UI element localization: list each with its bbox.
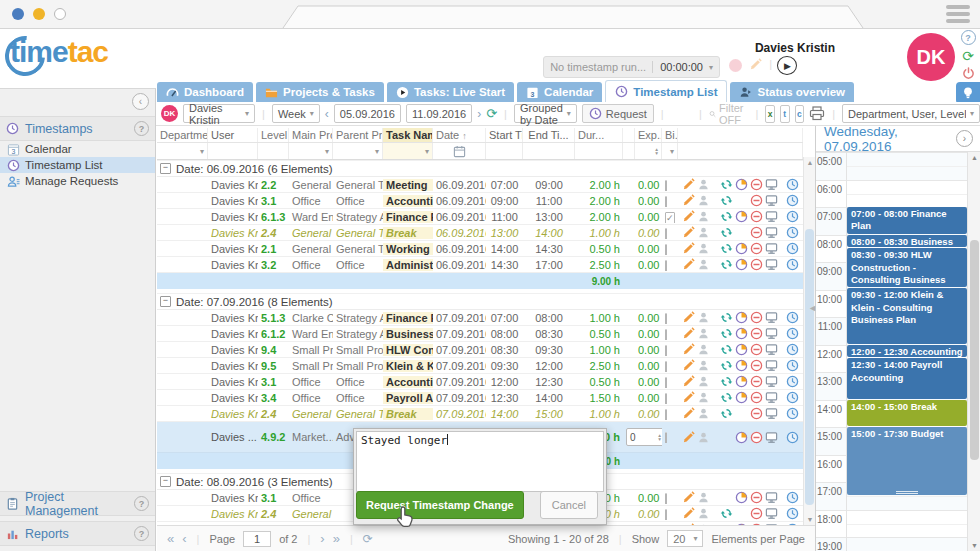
help-icon[interactable]: ? [134, 121, 149, 136]
user-select[interactable]: Davies Kristin▾ [183, 104, 255, 123]
column-header-duration[interactable]: Dur... [575, 128, 623, 142]
sidebar-section-timestamps[interactable]: Timestamps ? [0, 116, 155, 141]
column-header-start-time[interactable]: Start Ti... [486, 128, 523, 142]
filter-expenses[interactable]: ▴▾ [635, 143, 662, 159]
timestamp-icon[interactable] [786, 375, 799, 388]
billable-checkbox[interactable] [665, 409, 667, 420]
collapse-group-icon[interactable]: − [160, 476, 171, 487]
cancel-button[interactable]: Cancel [540, 491, 598, 519]
timestamp-icon[interactable] [786, 194, 799, 207]
print-icon[interactable] [809, 106, 825, 121]
timestamp-icon[interactable] [786, 491, 799, 504]
assign-user-icon[interactable] [697, 431, 710, 444]
terminal-icon[interactable] [765, 491, 778, 504]
table-row[interactable]: Davies Kristin5.1.3Clarke Cons...Strateg… [157, 310, 803, 326]
duration-clock-icon[interactable] [735, 491, 748, 504]
billable-checkbox[interactable] [665, 377, 667, 388]
terminal-icon[interactable] [765, 327, 778, 340]
edit-icon[interactable] [682, 507, 695, 520]
timestamp-icon[interactable] [786, 258, 799, 271]
filter-task-name[interactable]: ▾ [383, 143, 433, 159]
remove-icon[interactable] [750, 242, 763, 255]
collapse-group-icon[interactable]: − [160, 163, 171, 174]
timestamp-icon[interactable] [786, 311, 799, 324]
table-row[interactable]: Davies Kristin3.1OfficeOfficeAccountin..… [157, 193, 803, 209]
export-excel-icon[interactable]: x [765, 105, 775, 123]
terminal-icon[interactable] [765, 359, 778, 372]
column-header-user[interactable]: User [208, 128, 258, 142]
help-icon[interactable]: ? [134, 526, 149, 541]
billable-checkbox[interactable] [665, 180, 667, 191]
billable-checkbox[interactable] [665, 393, 667, 404]
chevron-down-icon[interactable]: ▾ [709, 63, 713, 72]
help-icon[interactable]: ? [961, 30, 976, 45]
timestamp-icon[interactable] [786, 391, 799, 404]
duration-clock-icon[interactable] [735, 343, 748, 356]
filter-user[interactable] [208, 143, 258, 159]
tab-timestamp-list[interactable]: Timestamp List [605, 80, 727, 102]
previous-period-button[interactable]: ‹ [325, 107, 329, 121]
export-text-icon[interactable]: t [780, 105, 790, 123]
calendar-event[interactable]: 07:00 - 08:00 Finance Plan [847, 207, 967, 234]
expenses-stepper[interactable]: 0▴▾ [626, 428, 662, 446]
remove-icon[interactable] [750, 491, 763, 504]
column-header-parent-project[interactable]: Parent Pr... [333, 128, 383, 142]
assign-user-icon[interactable] [697, 178, 710, 191]
remove-icon[interactable] [750, 258, 763, 271]
table-row[interactable]: Davies Kristin3.2OfficeOfficeAdministra.… [157, 257, 803, 273]
table-row[interactable]: Davies Kristin2.4General Tas...General T… [157, 406, 803, 422]
tab-status-overview[interactable]: Status overview [730, 82, 854, 102]
calendar-event[interactable]: 14:00 - 15:00 Break [847, 400, 967, 427]
last-page-button[interactable]: » [333, 531, 340, 546]
timestamp-status-box[interactable]: No timestamp run... 00:00:00 ▾ [543, 56, 720, 78]
calendar-event[interactable]: 15:00 - 17:30 Budget [847, 427, 967, 495]
timestamp-icon[interactable] [786, 431, 799, 444]
table-row[interactable]: Davies Kristin6.1.3Ward EnergyStrategy A… [157, 209, 803, 225]
recurring-icon[interactable] [720, 242, 733, 255]
assign-user-icon[interactable] [697, 327, 710, 340]
avatar[interactable]: DK [907, 33, 955, 81]
group-header[interactable]: −Date: 07.09.2016 (8 Elements) [157, 293, 803, 310]
request-timestamp-change-button[interactable]: Request Timestamp Change [356, 491, 524, 519]
filter-main-project[interactable]: ▾ [289, 143, 333, 159]
lightbulb-tab[interactable] [956, 82, 980, 104]
per-page-select[interactable]: 20▾ [667, 530, 703, 547]
assign-user-icon[interactable] [697, 491, 710, 504]
timestamp-icon[interactable] [786, 359, 799, 372]
help-icon[interactable]: ? [134, 496, 149, 511]
sidebar-item-manage-requests[interactable]: Manage Requests [0, 173, 155, 189]
recurring-icon[interactable] [720, 375, 733, 388]
billable-checkbox[interactable] [665, 345, 667, 356]
duration-clock-icon[interactable] [735, 359, 748, 372]
terminal-icon[interactable] [765, 431, 778, 444]
timestamp-icon[interactable] [786, 343, 799, 356]
tab-dashboard[interactable]: Dashboard [157, 82, 253, 102]
note-textarea[interactable]: Stayed longer [356, 431, 604, 492]
billable-checkbox[interactable] [665, 228, 667, 239]
terminal-icon[interactable] [765, 375, 778, 388]
sidebar-item-project-management[interactable]: Project Management ? [0, 491, 155, 516]
table-row[interactable]: Davies Kristin3.4OfficeOfficePayroll Acc… [157, 390, 803, 406]
period-select[interactable]: Week▾ [272, 104, 320, 123]
filter-date[interactable] [433, 143, 486, 159]
edit-icon[interactable] [682, 375, 695, 388]
remove-icon[interactable] [750, 375, 763, 388]
assign-user-icon[interactable] [697, 194, 710, 207]
table-row[interactable]: Davies Kristin6.1.2Ward EnergyStrategy A… [157, 326, 803, 342]
recurring-icon[interactable] [720, 391, 733, 404]
duration-clock-icon[interactable] [735, 178, 748, 191]
duration-clock-icon[interactable] [735, 391, 748, 404]
sidebar-item-reports[interactable]: Reports ? [0, 521, 155, 546]
timestamp-icon[interactable] [786, 210, 799, 223]
next-page-button[interactable]: › [320, 531, 324, 546]
refresh-icon[interactable]: ⟳ [962, 50, 974, 62]
remove-icon[interactable] [750, 210, 763, 223]
panel-collapse-icon[interactable]: ◄ [808, 303, 817, 313]
edit-icon[interactable] [682, 194, 695, 207]
edit-icon[interactable] [682, 359, 695, 372]
recurring-icon[interactable] [720, 311, 733, 324]
terminal-icon[interactable] [765, 178, 778, 191]
table-row[interactable]: Davies Kristin2.2General Tas...General T… [157, 177, 803, 193]
edit-icon[interactable] [682, 327, 695, 340]
column-header-end-time[interactable]: End Ti... [523, 128, 575, 142]
